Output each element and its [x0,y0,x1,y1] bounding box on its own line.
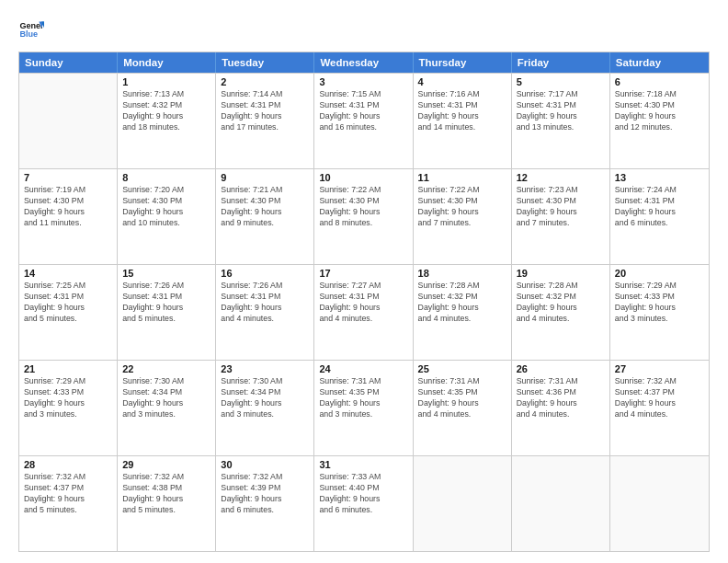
cell-info: Sunrise: 7:22 AM Sunset: 4:30 PM Dayligh… [319,185,407,229]
cell-date: 5 [517,76,605,87]
cell-date: 16 [221,268,309,279]
calendar-cell: 24Sunrise: 7:31 AM Sunset: 4:35 PM Dayli… [314,361,413,455]
cell-info: Sunrise: 7:33 AM Sunset: 4:40 PM Dayligh… [319,472,407,516]
calendar-cell: 29Sunrise: 7:32 AM Sunset: 4:38 PM Dayli… [118,456,216,551]
cell-info: Sunrise: 7:32 AM Sunset: 4:37 PM Dayligh… [24,472,112,516]
calendar-cell: 30Sunrise: 7:32 AM Sunset: 4:39 PM Dayli… [216,456,314,551]
calendar-cell: 5Sunrise: 7:17 AM Sunset: 4:31 PM Daylig… [512,74,610,168]
calendar-cell [512,456,610,551]
header-day-thursday: Thursday [414,52,512,73]
cell-info: Sunrise: 7:29 AM Sunset: 4:33 PM Dayligh… [615,281,704,325]
page: General Blue SundayMondayTuesdayWednesda… [0,0,728,563]
header-day-tuesday: Tuesday [216,52,314,73]
calendar-cell: 13Sunrise: 7:24 AM Sunset: 4:31 PM Dayli… [610,169,709,264]
calendar-cell: 18Sunrise: 7:28 AM Sunset: 4:32 PM Dayli… [414,265,512,360]
calendar-row-5: 28Sunrise: 7:32 AM Sunset: 4:37 PM Dayli… [19,455,709,551]
cell-date: 12 [517,172,605,183]
cell-info: Sunrise: 7:17 AM Sunset: 4:31 PM Dayligh… [517,89,605,133]
calendar-cell: 1Sunrise: 7:13 AM Sunset: 4:32 PM Daylig… [118,74,216,168]
calendar-cell: 27Sunrise: 7:32 AM Sunset: 4:37 PM Dayli… [610,361,709,455]
calendar-cell [610,456,709,551]
cell-info: Sunrise: 7:31 AM Sunset: 4:36 PM Dayligh… [517,376,605,420]
calendar-cell: 31Sunrise: 7:33 AM Sunset: 4:40 PM Dayli… [314,456,413,551]
calendar-row-2: 7Sunrise: 7:19 AM Sunset: 4:30 PM Daylig… [19,168,709,264]
cell-date: 9 [221,172,309,183]
cell-info: Sunrise: 7:31 AM Sunset: 4:35 PM Dayligh… [418,376,506,420]
cell-date: 10 [319,172,407,183]
cell-info: Sunrise: 7:32 AM Sunset: 4:38 PM Dayligh… [122,472,210,516]
svg-text:Blue: Blue [19,29,38,39]
calendar-row-1: 1Sunrise: 7:13 AM Sunset: 4:32 PM Daylig… [19,73,709,168]
cell-info: Sunrise: 7:25 AM Sunset: 4:31 PM Dayligh… [24,281,112,325]
calendar-cell: 12Sunrise: 7:23 AM Sunset: 4:30 PM Dayli… [512,169,610,264]
calendar: SundayMondayTuesdayWednesdayThursdayFrid… [18,52,710,552]
cell-date: 1 [122,76,210,87]
cell-info: Sunrise: 7:13 AM Sunset: 4:32 PM Dayligh… [122,89,210,133]
cell-date: 26 [517,363,605,374]
cell-info: Sunrise: 7:19 AM Sunset: 4:30 PM Dayligh… [24,185,112,229]
cell-date: 2 [221,76,309,87]
calendar-cell: 3Sunrise: 7:15 AM Sunset: 4:31 PM Daylig… [314,74,413,168]
cell-info: Sunrise: 7:26 AM Sunset: 4:31 PM Dayligh… [221,281,309,325]
cell-info: Sunrise: 7:32 AM Sunset: 4:39 PM Dayligh… [221,472,309,516]
cell-info: Sunrise: 7:23 AM Sunset: 4:30 PM Dayligh… [517,185,605,229]
cell-info: Sunrise: 7:28 AM Sunset: 4:32 PM Dayligh… [418,281,506,325]
cell-info: Sunrise: 7:29 AM Sunset: 4:33 PM Dayligh… [24,376,112,420]
calendar-header: SundayMondayTuesdayWednesdayThursdayFrid… [19,52,709,73]
calendar-cell: 25Sunrise: 7:31 AM Sunset: 4:35 PM Dayli… [414,361,512,455]
calendar-cell: 26Sunrise: 7:31 AM Sunset: 4:36 PM Dayli… [512,361,610,455]
cell-info: Sunrise: 7:30 AM Sunset: 4:34 PM Dayligh… [122,376,210,420]
calendar-cell: 7Sunrise: 7:19 AM Sunset: 4:30 PM Daylig… [19,169,118,264]
calendar-cell: 10Sunrise: 7:22 AM Sunset: 4:30 PM Dayli… [314,169,413,264]
cell-date: 21 [24,363,112,374]
header-day-saturday: Saturday [610,52,709,73]
calendar-cell: 23Sunrise: 7:30 AM Sunset: 4:34 PM Dayli… [216,361,314,455]
cell-info: Sunrise: 7:31 AM Sunset: 4:35 PM Dayligh… [319,376,407,420]
cell-date: 17 [319,268,407,279]
calendar-cell: 16Sunrise: 7:26 AM Sunset: 4:31 PM Dayli… [216,265,314,360]
logo: General Blue [18,17,44,42]
calendar-cell: 22Sunrise: 7:30 AM Sunset: 4:34 PM Dayli… [118,361,216,455]
cell-date: 22 [122,363,210,374]
calendar-cell: 14Sunrise: 7:25 AM Sunset: 4:31 PM Dayli… [19,265,118,360]
cell-date: 8 [122,172,210,183]
cell-date: 18 [418,268,506,279]
cell-date: 20 [615,268,704,279]
cell-date: 25 [418,363,506,374]
calendar-cell: 6Sunrise: 7:18 AM Sunset: 4:30 PM Daylig… [610,74,709,168]
cell-info: Sunrise: 7:26 AM Sunset: 4:31 PM Dayligh… [122,281,210,325]
cell-date: 13 [615,172,704,183]
cell-date: 19 [517,268,605,279]
cell-date: 27 [615,363,704,374]
calendar-cell: 28Sunrise: 7:32 AM Sunset: 4:37 PM Dayli… [19,456,118,551]
cell-date: 28 [24,459,112,470]
cell-info: Sunrise: 7:16 AM Sunset: 4:31 PM Dayligh… [418,89,506,133]
cell-info: Sunrise: 7:20 AM Sunset: 4:30 PM Dayligh… [122,185,210,229]
calendar-cell: 8Sunrise: 7:20 AM Sunset: 4:30 PM Daylig… [118,169,216,264]
cell-info: Sunrise: 7:28 AM Sunset: 4:32 PM Dayligh… [517,281,605,325]
calendar-cell: 9Sunrise: 7:21 AM Sunset: 4:30 PM Daylig… [216,169,314,264]
cell-date: 24 [319,363,407,374]
cell-date: 7 [24,172,112,183]
cell-info: Sunrise: 7:30 AM Sunset: 4:34 PM Dayligh… [221,376,309,420]
calendar-cell: 17Sunrise: 7:27 AM Sunset: 4:31 PM Dayli… [314,265,413,360]
calendar-row-4: 21Sunrise: 7:29 AM Sunset: 4:33 PM Dayli… [19,360,709,455]
calendar-body: 1Sunrise: 7:13 AM Sunset: 4:32 PM Daylig… [19,73,709,551]
cell-date: 29 [122,459,210,470]
cell-date: 23 [221,363,309,374]
calendar-cell: 21Sunrise: 7:29 AM Sunset: 4:33 PM Dayli… [19,361,118,455]
cell-info: Sunrise: 7:14 AM Sunset: 4:31 PM Dayligh… [221,89,309,133]
calendar-cell: 20Sunrise: 7:29 AM Sunset: 4:33 PM Dayli… [610,265,709,360]
header-day-wednesday: Wednesday [314,52,413,73]
cell-info: Sunrise: 7:27 AM Sunset: 4:31 PM Dayligh… [319,281,407,325]
cell-info: Sunrise: 7:24 AM Sunset: 4:31 PM Dayligh… [615,185,704,229]
calendar-cell [414,456,512,551]
cell-date: 4 [418,76,506,87]
cell-date: 30 [221,459,309,470]
header-day-monday: Monday [118,52,216,73]
cell-date: 31 [319,459,407,470]
calendar-row-3: 14Sunrise: 7:25 AM Sunset: 4:31 PM Dayli… [19,264,709,360]
cell-info: Sunrise: 7:32 AM Sunset: 4:37 PM Dayligh… [615,376,704,420]
calendar-cell: 4Sunrise: 7:16 AM Sunset: 4:31 PM Daylig… [414,74,512,168]
header: General Blue [18,17,710,42]
